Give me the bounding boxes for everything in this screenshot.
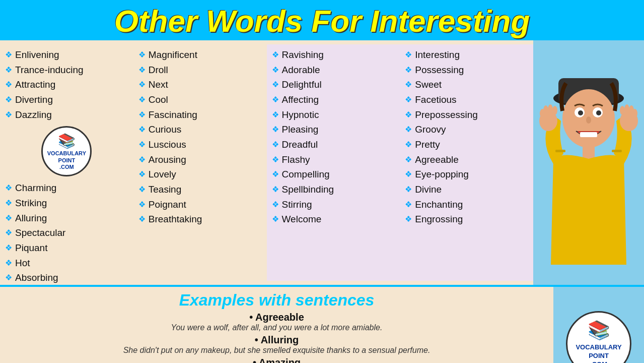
word-text: Eye-popping [415, 168, 469, 181]
word-text: Alluring [15, 212, 47, 225]
diamond-icon: ❖ [138, 154, 146, 165]
word-text: Dreadful [282, 138, 318, 151]
svg-point-15 [552, 106, 557, 115]
word-item: ❖Groovy [405, 122, 528, 137]
word-text: Spellbinding [282, 183, 334, 196]
word-item: ❖Hypnotic [272, 107, 395, 123]
diamond-icon: ❖ [272, 154, 279, 165]
word-text: Hot [15, 257, 30, 270]
word-item: ❖Adorable [272, 63, 395, 78]
diamond-icon: ❖ [405, 49, 412, 60]
svg-point-18 [624, 104, 629, 114]
diamond-icon: ❖ [5, 258, 12, 269]
word-item: ❖Dreadful [272, 137, 395, 152]
word-item: ❖Interesting [405, 47, 528, 63]
word-text: Luscious [149, 138, 186, 151]
svg-rect-20 [555, 150, 565, 152]
word-text: Absorbing [15, 271, 58, 284]
diamond-icon: ❖ [138, 79, 146, 90]
main-content: ❖Enlivening❖Trance-inducing❖Attracting❖D… [0, 40, 644, 285]
word-columns: ❖Enlivening❖Trance-inducing❖Attracting❖D… [0, 40, 533, 285]
logo-icon-inline: 📚 [58, 133, 76, 150]
column-3: ❖Ravishing❖Adorable❖Delightful❖Affecting… [267, 44, 400, 281]
word-text: Enlivening [15, 48, 59, 62]
word-item: ❖Pleasing [272, 122, 395, 137]
word-item: ❖Luscious [138, 137, 262, 152]
logo-text: VOCABULARYPOINT.COM [47, 150, 86, 170]
word-text: Prepossessing [415, 108, 478, 122]
word-item: ❖Facetious [405, 92, 528, 107]
logo-line3: .COM [590, 360, 607, 363]
word-text: Teasing [149, 183, 182, 196]
bottom-logo: 📚 VOCABULARY POINT .COM [566, 311, 631, 363]
diamond-icon: ❖ [138, 214, 146, 225]
word-text: Pleasing [282, 123, 319, 136]
diamond-icon: ❖ [272, 169, 279, 180]
svg-rect-21 [612, 150, 622, 152]
word-text: Droll [149, 64, 168, 77]
word-item: ❖Ravishing [272, 47, 395, 63]
word-text: Compelling [282, 168, 330, 181]
example-word-heading: • Amazing [20, 357, 533, 363]
word-item: ❖Sweet [405, 77, 528, 92]
word-item: ❖Diverting [5, 92, 128, 107]
diamond-icon: ❖ [138, 65, 146, 76]
diamond-icon: ❖ [272, 49, 279, 60]
word-item: ❖Compelling [272, 167, 395, 182]
diamond-icon: ❖ [138, 109, 146, 120]
word-text: Trance-inducing [15, 64, 84, 77]
diamond-icon: ❖ [138, 124, 146, 135]
diamond-icon: ❖ [272, 109, 279, 120]
word-text: Hypnotic [282, 108, 319, 122]
diamond-icon: ❖ [5, 183, 12, 194]
column-1: ❖Enlivening❖Trance-inducing❖Attracting❖D… [0, 44, 133, 281]
word-text: Arousing [149, 153, 186, 166]
word-text: Piquant [15, 241, 47, 255]
person-illustration [538, 53, 639, 285]
diamond-icon: ❖ [405, 199, 412, 210]
example-word-heading: • Agreeable [20, 312, 533, 323]
word-text: Flashy [282, 153, 310, 166]
word-item: ❖Charming [5, 180, 128, 196]
word-text: Engrossing [415, 213, 463, 226]
diamond-icon: ❖ [5, 227, 12, 238]
word-item: ❖Pretty [405, 137, 528, 152]
word-item: ❖Fascinating [138, 107, 262, 123]
examples-section: Examples with sentences • AgreeableYou w… [0, 285, 553, 363]
word-item: ❖Dazzling [5, 107, 128, 123]
word-text: Next [149, 78, 168, 91]
word-text: Dazzling [15, 108, 52, 122]
logo-line1: VOCABULARY [576, 343, 621, 352]
logo-line2: POINT [589, 352, 609, 360]
person-image-area [533, 40, 644, 285]
word-text: Groovy [415, 123, 446, 136]
word-item: ❖Poignant [138, 197, 262, 212]
word-item: ❖Divine [405, 182, 528, 197]
diamond-icon: ❖ [5, 272, 12, 283]
column-4: ❖Interesting❖Possessing❖Sweet❖Facetious❖… [400, 44, 533, 281]
diamond-icon: ❖ [5, 109, 12, 120]
inline-logo: 📚 VOCABULARYPOINT.COM [41, 126, 92, 176]
word-text: Possessing [415, 64, 464, 77]
diamond-icon: ❖ [405, 154, 412, 165]
example-sentence: She didn't put on any makeup, but she sm… [20, 346, 533, 355]
word-item: ❖Possessing [405, 63, 528, 78]
bottom-section: Examples with sentences • AgreeableYou w… [0, 285, 644, 363]
diamond-icon: ❖ [272, 184, 279, 195]
word-item: ❖Hot [5, 256, 128, 271]
examples-title: Examples with sentences [20, 291, 533, 310]
word-text: Adorable [282, 64, 320, 77]
diamond-icon: ❖ [138, 49, 146, 60]
word-text: Divine [415, 183, 442, 196]
word-item: ❖Agreeable [405, 152, 528, 167]
diamond-icon: ❖ [405, 214, 412, 225]
diamond-icon: ❖ [138, 184, 146, 195]
word-text: Ravishing [282, 48, 324, 62]
diamond-icon: ❖ [138, 169, 146, 180]
word-text: Diverting [15, 93, 53, 106]
svg-point-5 [578, 110, 583, 115]
word-text: Enchanting [415, 198, 463, 211]
word-item: ❖Attracting [5, 77, 128, 92]
word-text: Cool [149, 93, 168, 106]
word-text: Breathtaking [149, 213, 202, 226]
